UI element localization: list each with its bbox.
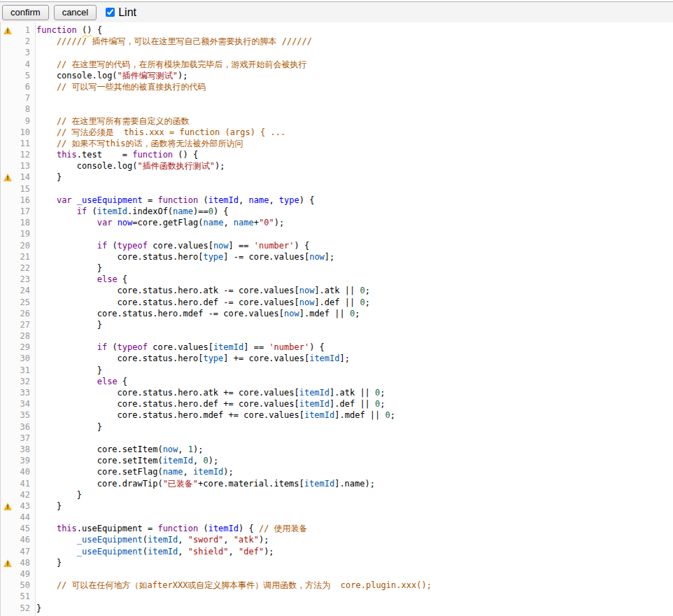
code-editor[interactable]: !1function () {2 ////// 插件编写，可以在这里写自己额外需… bbox=[0, 22, 673, 616]
line-number: 13 bbox=[15, 160, 33, 172]
code-text bbox=[33, 92, 36, 104]
code-line[interactable]: 24 core.status.hero.atk -= core.values[n… bbox=[1, 285, 673, 296]
confirm-button[interactable]: confirm bbox=[2, 5, 49, 20]
code-text: core.status.hero[type] -= core.values[no… bbox=[33, 251, 334, 262]
code-line[interactable]: !48 } bbox=[1, 557, 673, 568]
code-line[interactable]: 4 // 在这里写的代码，在所有模块加载完毕后，游戏开始前会被执行 bbox=[1, 59, 673, 70]
gutter-marker-empty bbox=[1, 444, 15, 455]
line-number: 45 bbox=[15, 523, 33, 534]
line-number: 14 bbox=[15, 172, 33, 183]
line-number: 25 bbox=[15, 297, 33, 308]
gutter-marker-empty bbox=[1, 568, 15, 580]
code-text: if (typeof core.values[itemId] == 'numbe… bbox=[33, 342, 325, 353]
code-line[interactable]: 52} bbox=[1, 603, 673, 614]
code-line[interactable]: 21 core.status.hero[type] -= core.values… bbox=[1, 251, 673, 262]
line-number: 1 bbox=[15, 24, 33, 36]
code-line[interactable]: 38 core.setItem(now, 1); bbox=[1, 444, 673, 455]
code-text bbox=[33, 568, 36, 580]
code-line[interactable]: 41 core.drawTip("已装备"+core.material.item… bbox=[1, 478, 673, 489]
code-line[interactable]: 16 var _useEquipment = function (itemId,… bbox=[1, 195, 673, 206]
line-number: 44 bbox=[15, 512, 33, 523]
code-text: } bbox=[33, 262, 102, 274]
line-number: 49 bbox=[15, 568, 33, 580]
code-text: else { bbox=[33, 376, 127, 387]
code-text: core.setFlag(name, itemId); bbox=[33, 466, 234, 477]
lint-warning-icon: ! bbox=[1, 500, 15, 512]
code-text: } bbox=[33, 319, 102, 330]
code-line[interactable]: 46 _useEquipment(itemId, "sword", "atk")… bbox=[1, 534, 673, 545]
lint-warning-icon: ! bbox=[1, 557, 15, 568]
lint-checkbox[interactable] bbox=[106, 8, 115, 17]
code-line[interactable]: 49 bbox=[1, 568, 673, 580]
code-line[interactable]: 28 bbox=[1, 330, 673, 342]
code-line[interactable]: 39 core.setItem(itemId, 0); bbox=[1, 455, 673, 466]
code-line[interactable]: 8 bbox=[1, 104, 673, 115]
code-line[interactable]: 31 } bbox=[1, 365, 673, 376]
code-text: if (itemId.indexOf(name)==0) { bbox=[33, 206, 229, 217]
code-line[interactable]: 40 core.setFlag(name, itemId); bbox=[1, 466, 673, 477]
code-text: } bbox=[33, 421, 102, 433]
code-text: } bbox=[33, 603, 41, 614]
code-text: } bbox=[33, 172, 62, 183]
line-number: 36 bbox=[15, 421, 33, 433]
line-number: 31 bbox=[15, 365, 33, 376]
code-line[interactable]: 22 } bbox=[1, 262, 673, 274]
code-text: console.log("插件函数执行测试"); bbox=[33, 160, 225, 172]
code-line[interactable]: !14 } bbox=[1, 172, 673, 183]
code-line[interactable]: 26 core.status.hero.mdef -= core.values[… bbox=[1, 308, 673, 319]
code-line[interactable]: 17 if (itemId.indexOf(name)==0) { bbox=[1, 206, 673, 217]
code-line[interactable]: 42 } bbox=[1, 489, 673, 500]
code-line[interactable]: 30 core.status.hero[type] += core.values… bbox=[1, 353, 673, 364]
code-text bbox=[33, 591, 36, 602]
code-line[interactable]: 10 // 写法必须是 this.xxx = function (args) {… bbox=[1, 127, 673, 138]
gutter-marker-empty bbox=[1, 92, 15, 104]
code-text: // 可以写一些其他的被直接执行的代码 bbox=[33, 81, 206, 92]
code-line[interactable]: 19 bbox=[1, 228, 673, 239]
code-line[interactable]: 34 core.status.hero.def += core.values[i… bbox=[1, 398, 673, 410]
code-line[interactable]: 3 bbox=[1, 47, 673, 58]
code-line[interactable]: 51 bbox=[1, 591, 673, 602]
code-line[interactable]: 33 core.status.hero.atk += core.values[i… bbox=[1, 387, 673, 398]
code-line[interactable]: 20 if (typeof core.values[now] == 'numbe… bbox=[1, 240, 673, 251]
code-line[interactable]: 27 } bbox=[1, 319, 673, 330]
code-text: // 如果不写this的话，函数将无法被外部所访问 bbox=[33, 138, 243, 149]
code-line[interactable]: !1function () { bbox=[1, 24, 673, 36]
line-number: 15 bbox=[15, 183, 33, 195]
code-text: _useEquipment(itemId, "shield", "def"); bbox=[33, 546, 274, 557]
line-number: 27 bbox=[15, 319, 33, 330]
code-line[interactable]: 45 this.useEquipment = function (itemId)… bbox=[1, 523, 673, 534]
code-line[interactable]: 32 else { bbox=[1, 376, 673, 387]
code-line[interactable]: 12 this.test = function () { bbox=[1, 149, 673, 160]
code-line[interactable]: 11 // 如果不写this的话，函数将无法被外部所访问 bbox=[1, 138, 673, 149]
code-text: core.status.hero[type] += core.values[it… bbox=[33, 353, 350, 364]
code-line[interactable]: 25 core.status.hero.def -= core.values[n… bbox=[1, 297, 673, 308]
line-number: 24 bbox=[15, 285, 33, 296]
code-text: } bbox=[33, 557, 62, 568]
code-line[interactable]: !43 } bbox=[1, 500, 673, 512]
code-line[interactable]: 44 bbox=[1, 512, 673, 523]
code-line[interactable]: 23 else { bbox=[1, 274, 673, 285]
code-line[interactable]: 5 console.log("插件编写测试"); bbox=[1, 70, 673, 81]
code-line[interactable]: 37 bbox=[1, 433, 673, 444]
gutter-marker-empty bbox=[1, 297, 15, 308]
code-line[interactable]: 18 var now=core.getFlag(name, name+"0"); bbox=[1, 217, 673, 228]
code-text: // 在这里写的代码，在所有模块加载完毕后，游戏开始前会被执行 bbox=[33, 59, 307, 70]
code-line[interactable]: 9 // 在这里写所有需要自定义的函数 bbox=[1, 115, 673, 127]
code-line[interactable]: 6 // 可以写一些其他的被直接执行的代码 bbox=[1, 81, 673, 92]
code-line[interactable]: 36 } bbox=[1, 421, 673, 433]
code-line[interactable]: 7 bbox=[1, 92, 673, 104]
line-number: 5 bbox=[15, 70, 33, 81]
code-line[interactable]: 29 if (typeof core.values[itemId] == 'nu… bbox=[1, 342, 673, 353]
code-line[interactable]: 2 ////// 插件编写，可以在这里写自己额外需要执行的脚本 ////// bbox=[1, 36, 673, 47]
code-text: ////// 插件编写，可以在这里写自己额外需要执行的脚本 ////// bbox=[33, 36, 312, 47]
code-line[interactable]: 47 _useEquipment(itemId, "shield", "def"… bbox=[1, 546, 673, 557]
code-line[interactable]: 35 core.status.hero.mdef += core.values[… bbox=[1, 410, 673, 421]
code-text: core.status.hero.mdef -= core.values[now… bbox=[33, 308, 360, 319]
code-line[interactable]: 50 // 可以在任何地方（如afterXXX或自定义脚本事件）调用函数，方法为… bbox=[1, 580, 673, 591]
cancel-button[interactable]: cancel bbox=[54, 5, 97, 20]
code-line[interactable]: 13 console.log("插件函数执行测试"); bbox=[1, 160, 673, 172]
gutter-marker-empty bbox=[1, 251, 15, 262]
code-line[interactable]: 15 bbox=[1, 183, 673, 195]
code-text: core.status.hero.atk += core.values[item… bbox=[33, 387, 385, 398]
line-number: 12 bbox=[15, 149, 33, 160]
